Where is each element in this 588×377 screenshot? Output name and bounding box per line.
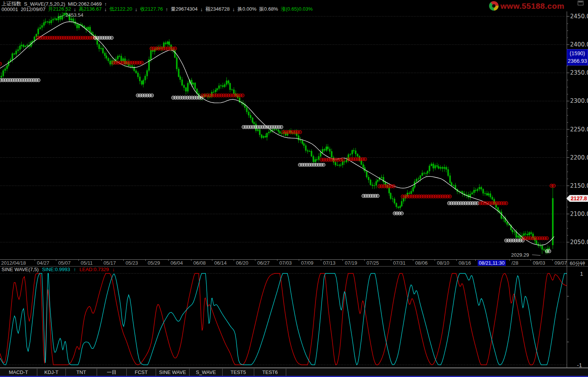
- date-label: 09/03: [533, 260, 545, 266]
- date-label: 2012/04/18: [1, 260, 26, 266]
- down-arrow-icon: ↓: [104, 6, 107, 12]
- volume-value: 29674304: [175, 6, 198, 12]
- date-label: 07/09: [301, 260, 314, 266]
- date-label: 07/19: [345, 260, 357, 266]
- low-price-annotation: 2029.29: [511, 252, 529, 258]
- tab-test5[interactable]: TEST5: [223, 369, 254, 376]
- down-arrow-icon: ↓: [200, 6, 203, 12]
- tab-kdj-t[interactable]: KDJ-T: [37, 369, 66, 376]
- volume-label: 量: [171, 6, 175, 12]
- svg-text:2450.0: 2450.0: [570, 13, 588, 20]
- amplitude-label: 振: [259, 6, 264, 12]
- tab-macd-t[interactable]: MACD-T: [0, 369, 37, 376]
- price-gridlines: [0, 16, 567, 242]
- down-arrow-icon: ↓: [112, 267, 115, 272]
- date-label: 07/03: [279, 260, 292, 266]
- open-label: 开: [48, 6, 53, 12]
- down-arrow-icon: ↓: [73, 6, 76, 12]
- amplitude-value: 0.68%: [264, 6, 278, 12]
- sine-indicator-title: SINE WAVE(7,5): [2, 267, 39, 272]
- change-label: 涨: [281, 6, 286, 12]
- sine-panel: [0, 273, 569, 365]
- date-label: 05/11: [81, 260, 93, 266]
- date-label: 09/07: [555, 260, 567, 266]
- date-label: 08/06: [415, 260, 428, 266]
- date-label: 06/14: [214, 260, 227, 266]
- date-label: 06/20: [236, 260, 249, 266]
- low-value: 2122.20: [114, 6, 132, 12]
- bar-count: (1590): [567, 50, 588, 57]
- close-label: 收: [140, 6, 145, 12]
- amount-value: 2346728: [210, 6, 230, 12]
- date-label: 08/16: [459, 260, 471, 266]
- down-arrow-icon: ↓: [135, 6, 137, 12]
- high-label: 高: [79, 6, 84, 12]
- date-label: 05/29: [148, 260, 160, 266]
- quote-date: 2012/09/07: [21, 6, 45, 12]
- sine-panel-header: SINE WAVE(7,5) SINE:0.9993 ↑ LEAD:0.7329…: [2, 267, 115, 272]
- crosshair-readout-box: (1590) 2366.93: [567, 49, 588, 65]
- date-label-highlighted: 08/21,11:30: [478, 260, 506, 266]
- svg-text:2150.0: 2150.0: [570, 182, 588, 189]
- tab-test6[interactable]: TEST6: [254, 369, 286, 376]
- date-label: /28: [512, 260, 518, 266]
- restore-window-icon[interactable]: [578, 1, 583, 5]
- watermark-logo: www.55188.com: [489, 1, 564, 11]
- date-label: 06/27: [257, 260, 270, 266]
- candlesticks: [1, 10, 553, 255]
- date-axis: 60分钟 2012/04/1804/2705/0705/1105/1705/23…: [0, 260, 588, 266]
- amount-label: 额: [206, 6, 210, 12]
- turnover-label: 换: [237, 6, 242, 12]
- close-value: 2127.76: [145, 6, 163, 12]
- svg-text:2250.0: 2250.0: [570, 126, 588, 133]
- panel-borders: [0, 11, 588, 368]
- crosshair-price: 2366.93: [567, 57, 588, 65]
- tab-s-wave[interactable]: S_WAVE: [190, 369, 223, 376]
- sine-axis-bottom-label: -1: [577, 362, 582, 368]
- lead-line: [0, 273, 567, 365]
- tab-sine-wave[interactable]: SINE WAVE: [156, 369, 190, 376]
- svg-text:2100.0: 2100.0: [570, 211, 588, 217]
- low-label: 低: [109, 6, 114, 12]
- svg-text:2050.0: 2050.0: [570, 239, 588, 246]
- date-label: 04/27: [37, 260, 49, 266]
- app-window: 2450.02400.02350.02300.02250.02200.02150…: [0, 0, 588, 377]
- svg-text:2350.0: 2350.0: [570, 69, 588, 76]
- open-value: 2126.52: [53, 6, 71, 12]
- watermark-url: www.55188.com: [500, 2, 564, 11]
- sine-axis-top-label: 1: [580, 270, 583, 277]
- high-value: 2136.67: [84, 6, 102, 12]
- swave-signal-circles: [0, 36, 555, 253]
- high-price-annotation: 2453.54: [65, 12, 83, 18]
- swirl-logo-icon: [489, 1, 499, 11]
- tab-tnt[interactable]: TNT: [66, 369, 97, 376]
- lead-value: LEAD:0.7329: [80, 267, 109, 272]
- chart-canvas: 2450.02400.02350.02300.02250.02200.02150…: [0, 0, 588, 377]
- quote-bar: 000001 2012/09/07 开2126.52 ↓ 高2136.67 ↓ …: [2, 6, 313, 13]
- turnover-value: 0.00%: [242, 6, 257, 12]
- svg-text:2200.0: 2200.0: [570, 154, 588, 161]
- date-label: 05/23: [126, 260, 138, 266]
- change-value: (0.65)0.03%: [286, 6, 313, 12]
- date-label: 08/10: [437, 260, 449, 266]
- up-arrow-icon: ↑: [73, 267, 76, 272]
- stock-code: 000001: [2, 6, 18, 12]
- up-arrow-icon: ↑: [166, 6, 168, 12]
- tab--[interactable]: 一目: [97, 369, 127, 376]
- last-price-tag: 2127.8: [570, 195, 588, 202]
- date-label: 07/31: [393, 260, 406, 266]
- tab-fcst[interactable]: FCST: [127, 369, 156, 376]
- indicator-tab-bar: MACD-TKDJ-TTNT一目FCSTSINE WAVES_WAVETEST5…: [0, 368, 588, 376]
- date-label: 06/04: [171, 260, 183, 266]
- svg-text:2300.0: 2300.0: [570, 97, 588, 104]
- date-label: 07/25: [367, 260, 379, 266]
- sine-value: SINE:0.9993: [42, 267, 70, 272]
- sine-line: [0, 273, 567, 365]
- date-label: 05/17: [104, 260, 116, 266]
- price-axis-labels: 2450.02400.02350.02300.02250.02200.02150…: [567, 13, 588, 246]
- date-label: 07/13: [323, 260, 336, 266]
- svg-text:2400.0: 2400.0: [570, 41, 588, 48]
- date-label: 05/07: [58, 260, 71, 266]
- period-label[interactable]: 60分钟: [570, 260, 585, 267]
- down-arrow-icon: ↓: [232, 6, 235, 12]
